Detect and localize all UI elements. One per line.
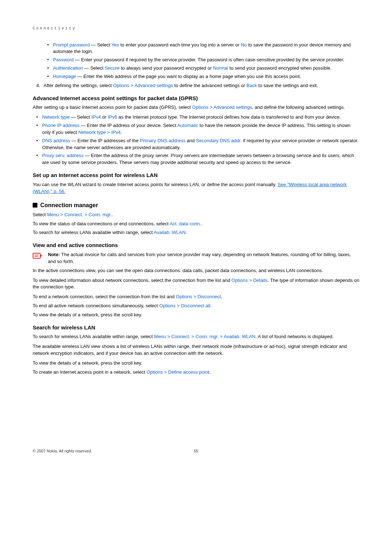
ui-term: Password [53, 57, 74, 62]
text: To search for wireless LANs available wi… [33, 334, 154, 339]
ui-term: Conn. mgr. [89, 212, 112, 217]
chevron-right-icon: > [107, 130, 110, 135]
ui-term: Automatic [177, 123, 198, 128]
ui-term: Proxy serv. address [42, 153, 83, 158]
ui-term: Secure [105, 65, 119, 71]
steps-list: After defining the settings, select Opti… [33, 82, 359, 89]
ui-term: Normal [213, 65, 228, 71]
list-item: Phone IP address — Enter the IP address … [36, 122, 359, 136]
page-footer: © 2007 Nokia. All rights reserved. 55 [33, 448, 359, 454]
ui-term: IPv4 [111, 130, 121, 135]
ui-term: Primary DNS address [140, 138, 185, 143]
ui-term: Prompt password [53, 42, 90, 48]
ui-term: Disconnect all [181, 303, 210, 308]
paragraph: After setting up a basic Internet access… [33, 104, 359, 111]
text: You can use the WLAN wizard to create In… [33, 182, 278, 187]
text: — Select [83, 65, 105, 71]
paragraph: To end all active network connections si… [33, 303, 359, 309]
ui-term: Menu [154, 334, 166, 339]
ui-term: Menu [47, 212, 59, 217]
text: to save the settings and exit. [257, 83, 318, 88]
ui-term: DNS address [42, 138, 70, 143]
note-text: Note: The actual invoice for calls and s… [48, 251, 359, 265]
list-item: Network type — Select IPv4 or IPv6 as th… [36, 114, 359, 121]
text: Select [33, 212, 47, 217]
text: The actual invoice for calls and service… [48, 252, 351, 264]
list-item: Authentication — Select Secure to always… [47, 65, 359, 72]
note-icon [33, 252, 43, 260]
list-item: Password — Enter your password if requir… [47, 57, 359, 63]
paragraph: The available wireless LAN view shows a … [33, 343, 359, 357]
text: . [112, 212, 113, 217]
ui-term: Advanced settings [213, 104, 252, 110]
text: . [121, 130, 122, 135]
text: or [101, 114, 108, 120]
ui-term: Options [147, 369, 163, 375]
ui-term: Options [159, 303, 176, 308]
text: to enter your password each time you log… [119, 42, 241, 48]
paragraph: To view the details of a network, press … [33, 360, 359, 367]
ui-term: Disconnect [197, 294, 221, 299]
text: To search for wireless LANs available wi… [33, 230, 154, 235]
chevron-right-icon: > [164, 369, 167, 375]
text: To end all active network connections si… [33, 303, 159, 308]
svg-rect-0 [33, 253, 40, 258]
ui-term: Network type [42, 114, 70, 120]
paragraph: Select Menu > Connect. > Conn. mgr.. [33, 212, 359, 218]
page-number: 55 [194, 448, 198, 454]
ui-term: Secondary DNS addr. [196, 138, 242, 143]
list-item: After defining the settings, select Opti… [36, 82, 359, 89]
heading-connection-manager: Connection manager [33, 201, 359, 209]
paragraph: To end a network connection, select the … [33, 294, 359, 300]
text: as the Internet protocol type. The Inter… [117, 114, 341, 120]
list-item: Proxy serv. address — Enter the address … [36, 152, 359, 166]
ui-term: Options [232, 278, 248, 283]
text: After setting up a basic Internet access… [33, 104, 192, 110]
ui-term: Availab. WLAN [224, 334, 256, 339]
ui-term: Back [246, 83, 257, 88]
text: to define the advanced settings or [173, 83, 246, 88]
chevron-right-icon: > [60, 212, 63, 217]
ui-term: Homepage [53, 74, 76, 79]
chevron-right-icon: > [131, 83, 134, 88]
chevron-right-icon: > [85, 212, 87, 217]
ui-term: Conn. mgr. [196, 334, 219, 339]
paragraph: To create an Internet access point in a … [33, 369, 359, 376]
text: . [201, 221, 203, 226]
chevron-right-icon: > [177, 303, 180, 308]
ui-term: Authentication [53, 65, 83, 71]
text: To create an Internet access point in a … [33, 369, 147, 375]
note-block: Note: The actual invoice for calls and s… [33, 251, 359, 265]
heading-search-wlan: Search for wireless LAN [33, 324, 359, 332]
ui-term: IPv6 [108, 114, 117, 120]
section-header: Connectivity [33, 26, 359, 32]
paragraph: In the active connections view, you can … [33, 267, 359, 274]
chevron-right-icon: > [210, 104, 213, 110]
text: — Enter the address of the proxy server.… [42, 153, 354, 165]
text: — Enter the IP address of your device. S… [79, 123, 177, 128]
settings-bullets: Prompt password — Select Yes to enter yo… [33, 42, 359, 80]
ui-term: Phone IP address [42, 123, 79, 128]
note-label: Note: [48, 252, 60, 257]
paragraph: To view the status of data connections o… [33, 221, 359, 227]
paragraph: To view the details of a network, press … [33, 312, 359, 319]
text: After defining the settings, select [44, 83, 113, 88]
ui-term: Act. data conn. [170, 221, 201, 226]
text: — Select [70, 114, 91, 120]
chevron-right-icon: > [193, 294, 196, 299]
paragraph: To search for wireless LANs available wi… [33, 229, 359, 236]
ui-term: No [241, 42, 247, 48]
text: — Enter the IP addresses of the [70, 138, 140, 143]
ui-term: Advanced settings [134, 83, 173, 88]
text: . [185, 230, 187, 235]
gprs-bullets: Network type — Select IPv4 or IPv6 as th… [33, 114, 359, 166]
chevron-right-icon: > [167, 334, 170, 339]
ui-term: Availab. WLAN [154, 230, 185, 235]
text: . [209, 369, 211, 375]
chevron-right-icon: > [192, 334, 195, 339]
chevron-right-icon: > [220, 334, 223, 339]
ui-term: Details [253, 278, 268, 283]
ui-term: Network type [78, 130, 106, 135]
ui-term: Define access point [168, 369, 209, 375]
text: to always send your password encrypted o… [120, 65, 213, 71]
